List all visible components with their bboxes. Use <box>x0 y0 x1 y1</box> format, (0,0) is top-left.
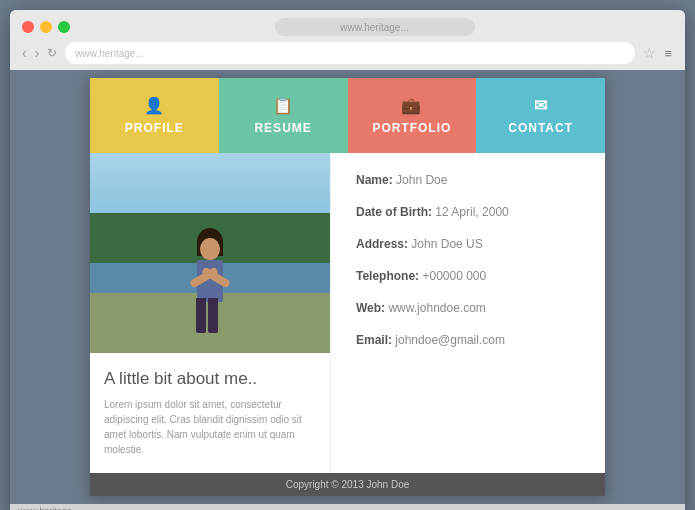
web-row: Web: www.johndoe.com <box>356 301 580 315</box>
email-row: Email: johndoe@gmail.com <box>356 333 580 347</box>
website-container: 👤 PROFILE 📋 RESUME 💼 PORTFOLIO ✉ CONTACT <box>90 78 605 496</box>
about-title: A little bit about me.. <box>104 369 316 389</box>
bookmark-icon[interactable]: ☆ <box>643 45 656 61</box>
dob-value: 12 April, 2000 <box>435 205 508 219</box>
copyright-text: Copyright © 2013 John Doe <box>286 479 410 490</box>
email-label: Email: <box>356 333 392 347</box>
name-row: Name: John Doe <box>356 173 580 187</box>
status-url: www.heritage... <box>18 506 80 510</box>
tab-contact[interactable]: ✉ CONTACT <box>476 78 605 153</box>
name-label: Name: <box>356 173 393 187</box>
about-section: A little bit about me.. Lorem ipsum dolo… <box>90 353 330 473</box>
tab-resume-label: RESUME <box>254 121 311 135</box>
portfolio-icon: 💼 <box>401 96 422 115</box>
maximize-button[interactable] <box>58 21 70 33</box>
tab-portfolio[interactable]: 💼 PORTFOLIO <box>348 78 477 153</box>
address-row: Address: John Doe US <box>356 237 580 251</box>
telephone-value: +00000 000 <box>422 269 486 283</box>
minimize-button[interactable] <box>40 21 52 33</box>
menu-icon[interactable]: ≡ <box>664 46 673 61</box>
forward-button[interactable]: › <box>35 45 40 61</box>
profile-photo <box>90 153 330 353</box>
address-bar[interactable]: www.heritage... <box>340 22 408 33</box>
tab-contact-label: CONTACT <box>508 121 573 135</box>
dob-row: Date of Birth: 12 April, 2000 <box>356 205 580 219</box>
web-label: Web: <box>356 301 385 315</box>
dob-label: Date of Birth: <box>356 205 432 219</box>
right-panel: Name: John Doe Date of Birth: 12 April, … <box>330 153 605 473</box>
refresh-button[interactable]: ↻ <box>47 46 57 60</box>
tab-profile[interactable]: 👤 PROFILE <box>90 78 219 153</box>
tab-portfolio-label: PORTFOLIO <box>372 121 451 135</box>
profile-icon: 👤 <box>144 96 165 115</box>
url-bar[interactable]: www.heritage... <box>65 42 635 64</box>
status-bar: www.heritage... <box>10 504 685 510</box>
web-value: www.johndoe.com <box>388 301 485 315</box>
telephone-row: Telephone: +00000 000 <box>356 269 580 283</box>
address-value: John Doe US <box>411 237 482 251</box>
left-panel: A little bit about me.. Lorem ipsum dolo… <box>90 153 330 473</box>
footer: Copyright © 2013 John Doe <box>90 473 605 496</box>
resume-icon: 📋 <box>273 96 294 115</box>
close-button[interactable] <box>22 21 34 33</box>
address-label: Address: <box>356 237 408 251</box>
tab-profile-label: PROFILE <box>125 121 184 135</box>
back-button[interactable]: ‹ <box>22 45 27 61</box>
contact-icon: ✉ <box>534 96 548 115</box>
name-value: John Doe <box>396 173 447 187</box>
telephone-label: Telephone: <box>356 269 419 283</box>
tab-resume[interactable]: 📋 RESUME <box>219 78 348 153</box>
email-value: johndoe@gmail.com <box>395 333 505 347</box>
nav-tabs: 👤 PROFILE 📋 RESUME 💼 PORTFOLIO ✉ CONTACT <box>90 78 605 153</box>
main-content: A little bit about me.. Lorem ipsum dolo… <box>90 153 605 473</box>
about-text: Lorem ipsum dolor sit amet, consectetur … <box>104 397 316 457</box>
